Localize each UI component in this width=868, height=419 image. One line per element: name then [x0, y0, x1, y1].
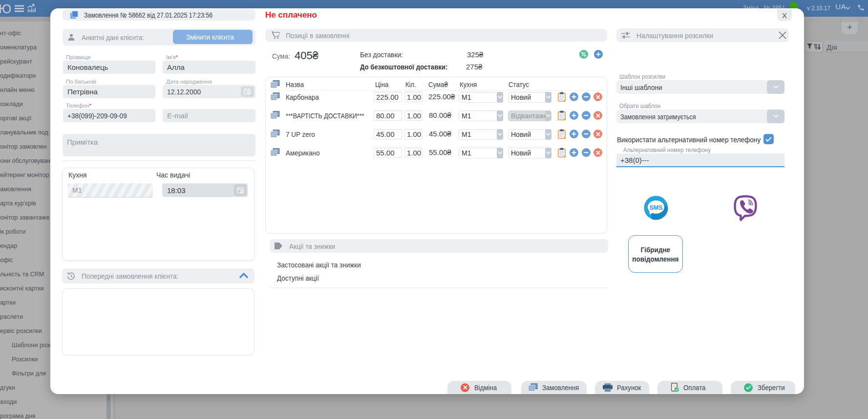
- svg-text:SMS: SMS: [649, 204, 662, 211]
